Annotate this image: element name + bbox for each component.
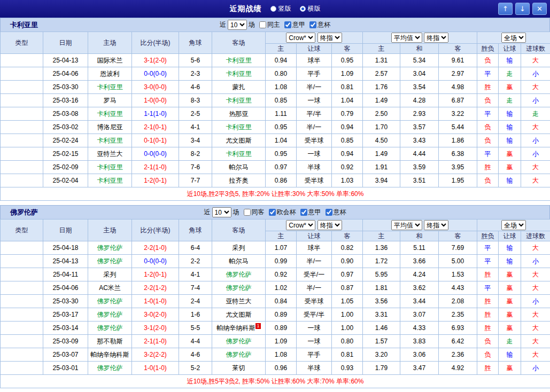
- euro-time-select[interactable]: 终指: [424, 220, 448, 230]
- date-cell: 25-02-04: [43, 174, 88, 187]
- corners-cell: 8-2: [179, 147, 212, 161]
- outcome-cell: 平: [477, 107, 499, 121]
- euro-home-odds-cell: 1.91: [363, 161, 400, 174]
- date-cell: 25-03-07: [43, 348, 88, 362]
- asian-away-odds-cell: 0.95: [332, 54, 363, 67]
- handicap-result-cell: 赢: [499, 161, 521, 174]
- coppa-italia-checkbox[interactable]: [326, 209, 332, 216]
- same-away-checkbox[interactable]: [244, 209, 251, 216]
- match-row: 意甲25-03-30卡利亚里3-0(0-0)4-6蒙扎1.08半/一0.811.…: [1, 81, 550, 94]
- odds-time-select[interactable]: 终指: [317, 33, 342, 43]
- euro-away-odds-cell: 1.86: [439, 134, 477, 147]
- euro-company-select[interactable]: 平均值: [391, 33, 422, 43]
- handicap-line-cell: 一球: [297, 322, 332, 335]
- results-body: 欧会杯25-04-18佛罗伦萨2-2(1-0)6-4采列1.07球半0.821.…: [1, 241, 550, 375]
- filter-conference-league[interactable]: 欧会杯: [269, 208, 296, 217]
- goals-result-cell: 大: [521, 174, 550, 187]
- col-home: 主场: [88, 219, 132, 241]
- recent-count-select[interactable]: 10: [228, 20, 247, 30]
- goals-result-cell: 小: [521, 67, 550, 81]
- away-team-cell: 卡利亚里: [212, 94, 266, 107]
- score-cell: 2-2(1-0): [132, 241, 179, 255]
- scope-select[interactable]: 全场: [501, 220, 526, 230]
- layout-radio-vertical[interactable]: 竖版: [270, 4, 291, 13]
- away-team-cell: 莱切: [212, 362, 266, 375]
- close-button[interactable]: ✕: [532, 3, 547, 15]
- competition-type-cell: 意甲: [1, 295, 43, 308]
- competition-type-cell: 意甲: [1, 174, 43, 187]
- filter-coppa-italia[interactable]: 意杯: [326, 208, 346, 217]
- same-home-checkbox[interactable]: [259, 21, 266, 28]
- outcome-cell: 平: [477, 147, 499, 161]
- euro-company-select[interactable]: 平均值: [391, 220, 422, 230]
- date-cell: 25-03-30: [43, 81, 88, 94]
- odds-time-select[interactable]: 终指: [317, 220, 342, 230]
- away-team-cell: 尤文图斯: [212, 308, 266, 322]
- filter-same-away[interactable]: 同客: [244, 208, 265, 217]
- handicap-result-cell: 走: [499, 67, 521, 81]
- asian-home-odds-cell: 0.84: [266, 295, 297, 308]
- filter-serie-a[interactable]: 意甲: [300, 208, 321, 217]
- handicap-line-cell: 一球: [297, 94, 332, 107]
- euro-home-odds-cell: 1.81: [363, 281, 400, 295]
- competition-type-cell: 意甲: [1, 134, 43, 147]
- away-team-cell: 亚特兰大: [212, 295, 266, 308]
- outcome-cell: 平: [477, 241, 499, 255]
- layout-radio-horizontal[interactable]: 横版: [300, 4, 321, 13]
- serie-a-checkbox[interactable]: [300, 209, 307, 216]
- odds-company-select[interactable]: Crow*: [286, 33, 315, 43]
- score-cell: 3-2(2-2): [132, 348, 179, 362]
- away-team-cell: 拉齐奥: [212, 174, 266, 187]
- outcome-cell: 胜: [477, 322, 499, 335]
- results-body: 意甲25-04-13国际米兰3-1(2-0)5-6卡利亚里0.94球半0.951…: [1, 54, 550, 187]
- euro-time-select[interactable]: 终指: [424, 33, 448, 43]
- filter-recent-label: 近: [220, 20, 226, 29]
- euro-home-odds-cell: 3.31: [363, 308, 400, 322]
- col-goals-result: 进球数: [521, 44, 550, 54]
- checkbox-label: 意甲: [292, 20, 305, 29]
- outcome-cell: 负: [477, 335, 499, 348]
- match-row: 意甲25-02-15亚特兰大0-0(0-0)8-2卡利亚里0.95一球0.941…: [1, 147, 550, 161]
- corners-cell: 4-4: [179, 335, 212, 348]
- serie-a-checkbox[interactable]: [284, 21, 291, 28]
- match-row: 意甲25-04-13佛罗伦萨0-0(0-0)2-2帕尔马0.99半/一0.901…: [1, 255, 550, 268]
- euro-draw-odds-cell: 2.93: [400, 107, 439, 121]
- euro-away-odds-cell: 5.44: [439, 121, 477, 134]
- goals-result-cell: 大: [521, 121, 550, 134]
- conference-league-checkbox[interactable]: [269, 209, 276, 216]
- score-cell: 1-0(0-0): [132, 94, 179, 107]
- team-name: 佛罗伦萨: [10, 208, 38, 217]
- asian-home-odds-cell: 1.08: [266, 81, 297, 94]
- date-cell: 25-03-17: [43, 308, 88, 322]
- odds-company-select[interactable]: Crow*: [286, 220, 315, 230]
- filter-serie-a[interactable]: 意甲: [284, 20, 305, 29]
- team-header-bar: 佛罗伦萨 近 10 场 同客 欧会杯 意甲: [0, 205, 550, 219]
- move-down-button[interactable]: ↓: [515, 3, 530, 15]
- scope-select[interactable]: 全场: [501, 33, 526, 43]
- date-cell: 25-03-14: [43, 322, 88, 335]
- col-asian-home: 主: [266, 231, 297, 241]
- asian-away-odds-cell: 0.93: [332, 362, 363, 375]
- asian-home-odds-cell: 0.99: [266, 255, 297, 268]
- goals-result-cell: 小: [521, 362, 550, 375]
- euro-away-odds-cell: 6.87: [439, 94, 477, 107]
- asian-home-odds-cell: 0.94: [266, 54, 297, 67]
- move-up-button[interactable]: ↑: [498, 3, 513, 15]
- away-team-cell: 卡利亚里: [212, 121, 266, 134]
- home-team-cell: 国际米兰: [88, 54, 132, 67]
- titlebar-buttons: ↑ ↓ ✕: [498, 3, 547, 15]
- euro-home-odds-cell: 1.72: [363, 255, 400, 268]
- filter-coppa-italia[interactable]: 意杯: [309, 20, 330, 29]
- home-team-cell: 卡利亚里: [88, 174, 132, 187]
- euro-draw-odds-cell: 3.83: [400, 335, 439, 348]
- recent-count-select[interactable]: 10: [212, 207, 231, 217]
- filter-same-home[interactable]: 同主: [259, 20, 280, 29]
- asian-home-odds-cell: 1.07: [266, 241, 297, 255]
- euro-home-odds-cell: 1.46: [363, 322, 400, 335]
- euro-odds-selectors: 平均值 终指: [363, 219, 477, 231]
- coppa-italia-checkbox[interactable]: [309, 21, 316, 28]
- competition-type-cell: 意甲: [1, 107, 43, 121]
- col-asian-home: 主: [266, 44, 297, 54]
- asian-away-odds-cell: 0.85: [332, 134, 363, 147]
- asian-away-odds-cell: 1.00: [332, 308, 363, 322]
